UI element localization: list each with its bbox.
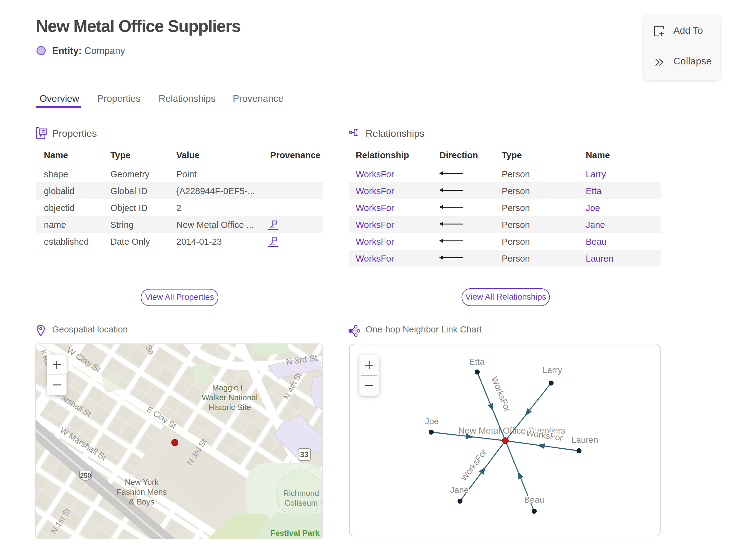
svg-text:Lauren: Lauren [571,435,598,445]
svg-text:Festival Park: Festival Park [270,528,320,538]
svg-text:Historic Site: Historic Site [209,403,251,412]
svg-text:Jane: Jane [450,485,469,495]
svg-text:New York: New York [125,478,159,487]
svg-text:Coliseum: Coliseum [285,498,318,508]
svg-text:Etta: Etta [469,357,485,366]
svg-text:Fashion Mens: Fashion Mens [117,487,167,497]
svg-text:Richmond: Richmond [283,489,319,498]
svg-text:Beau: Beau [524,495,544,504]
svg-text:& Boys: & Boys [129,497,154,506]
svg-text:Larry: Larry [542,365,562,375]
svg-text:250: 250 [80,472,91,479]
svg-text:Joe: Joe [425,416,439,426]
svg-text:Walker National: Walker National [202,393,258,402]
svg-text:WorksFor: WorksFor [459,447,489,483]
svg-text:33: 33 [300,450,309,459]
svg-text:Maggie L.: Maggie L. [212,383,247,392]
